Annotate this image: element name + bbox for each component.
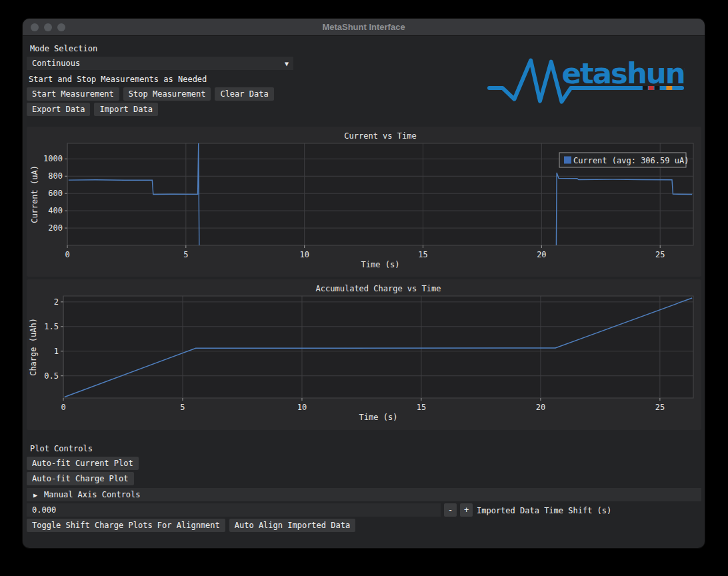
charge-vs-time-chart[interactable]: 05101520250.511.52Accumulated Charge vs … [27, 279, 701, 430]
data-buttons-row: Export Data Import Data [27, 103, 158, 116]
charge-chart-panel: 05101520250.511.52Accumulated Charge vs … [27, 279, 701, 430]
start-measurement-button[interactable]: Start Measurement [27, 87, 119, 101]
svg-text:1.5: 1.5 [44, 322, 59, 331]
plot-controls-label: Plot Controls [30, 444, 93, 453]
svg-text:0: 0 [61, 403, 65, 412]
chevron-down-icon: ▼ [285, 57, 289, 71]
current-vs-time-chart[interactable]: 05101520252004006008001000Current vs Tim… [27, 127, 701, 277]
import-data-button[interactable]: Import Data [94, 103, 157, 116]
svg-text:20: 20 [537, 250, 546, 259]
stop-measurement-button[interactable]: Stop Measurement [123, 87, 211, 101]
svg-text:2: 2 [54, 297, 59, 307]
svg-text:5: 5 [180, 403, 185, 412]
svg-text:1000: 1000 [43, 154, 63, 163]
svg-text:25: 25 [655, 250, 665, 259]
alignment-buttons-row: Toggle Shift Charge Plots For Alignment … [27, 519, 355, 532]
autofit-current-row: Auto-fit Current Plot [27, 457, 139, 470]
svg-text:1: 1 [54, 347, 59, 356]
svg-text:10: 10 [299, 250, 309, 259]
svg-text:20: 20 [536, 403, 545, 412]
logo-text: etashunt [561, 57, 685, 90]
toggle-shift-button[interactable]: Toggle Shift Charge Plots For Alignment [27, 519, 225, 532]
time-shift-label: Imported Data Time Shift (s) [477, 506, 611, 515]
svg-text:Current vs Time: Current vs Time [344, 131, 416, 141]
svg-text:25: 25 [655, 403, 665, 412]
window-title: MetaShunt Interface [23, 19, 705, 35]
autofit-charge-row: Auto-fit Charge Plot [27, 472, 134, 485]
svg-text:Time (s): Time (s) [361, 260, 400, 269]
svg-text:400: 400 [48, 206, 63, 215]
svg-text:Accumulated Charge vs Time: Accumulated Charge vs Time [316, 284, 441, 293]
autofit-current-button[interactable]: Auto-fit Current Plot [27, 457, 139, 470]
svg-text:600: 600 [48, 189, 63, 198]
mode-hint-label: Start and Stop Measurements as Needed [29, 75, 207, 84]
manual-axis-controls-label: Manual Axis Controls [44, 490, 141, 499]
svg-text:Current (uA): Current (uA) [30, 165, 39, 223]
time-shift-decrement-button[interactable]: - [444, 503, 457, 517]
mode-dropdown-value: Continuous [32, 59, 80, 68]
svg-text:15: 15 [418, 250, 427, 259]
app-window: MetaShunt Interface Mode Selection Conti… [23, 19, 705, 548]
manual-axis-controls-expander[interactable]: ▶Manual Axis Controls [27, 488, 701, 501]
svg-text:15: 15 [417, 403, 426, 412]
measurement-buttons-row: Start Measurement Stop Measurement Clear… [27, 87, 274, 101]
current-chart-panel: 05101520252004006008001000Current vs Tim… [27, 127, 701, 277]
svg-text:200: 200 [48, 223, 63, 233]
logo-accent-bands [643, 86, 672, 90]
svg-text:800: 800 [48, 171, 63, 181]
svg-text:Charge (uAh): Charge (uAh) [29, 318, 38, 376]
svg-text:0: 0 [65, 250, 69, 259]
window-minimize-button[interactable] [44, 23, 52, 31]
svg-text:10: 10 [297, 403, 307, 412]
svg-text:0.5: 0.5 [44, 371, 59, 381]
svg-text:5: 5 [183, 250, 188, 259]
mode-dropdown[interactable]: Continuous ▼ [27, 57, 293, 70]
expand-arrow-icon: ▶ [33, 491, 37, 499]
window-close-button[interactable] [31, 23, 39, 31]
window-zoom-button[interactable] [57, 23, 65, 31]
svg-text:Current (avg: 306.59 uA): Current (avg: 306.59 uA) [573, 156, 689, 165]
titlebar: MetaShunt Interface [23, 19, 705, 36]
export-data-button[interactable]: Export Data [27, 103, 90, 116]
auto-align-button[interactable]: Auto Align Imported Data [229, 519, 355, 532]
metashunt-logo: etashunt [487, 49, 685, 123]
mode-selection-label: Mode Selection [30, 44, 97, 53]
time-shift-increment-button[interactable]: + [460, 503, 473, 517]
autofit-charge-button[interactable]: Auto-fit Charge Plot [27, 472, 134, 485]
svg-text:Time (s): Time (s) [359, 413, 398, 422]
time-shift-input[interactable]: 0.000 [27, 503, 441, 517]
clear-data-button[interactable]: Clear Data [215, 87, 273, 101]
